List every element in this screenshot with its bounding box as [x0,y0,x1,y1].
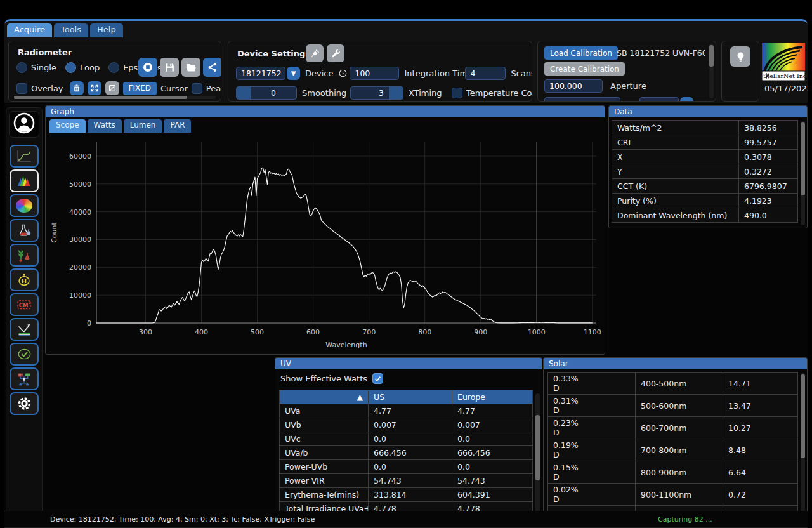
svg-text:1000: 1000 [528,328,546,336]
sidebar-validation-icon[interactable] [10,343,39,366]
clipped-field[interactable] [544,97,620,102]
sidebar-botany-icon[interactable] [10,244,39,267]
load-calibration-button[interactable]: Load Calibration [544,46,618,60]
data-row[interactable]: Y0.3272 [612,164,798,179]
radiometer-hscrollbar[interactable] [14,96,216,99]
create-calibration-button[interactable]: Create Calibration [544,62,625,76]
device-label: Device [305,69,333,78]
sidebar-scope-graph-icon[interactable] [10,145,39,168]
stellarnet-logo: StellarNet Inc [762,43,805,81]
data-row[interactable]: CCT (K)6796.9807 [612,179,798,194]
sidebar-cm-inverse-icon[interactable]: CM-1 [10,293,39,316]
uv-row[interactable]: UVa/b666.456666.456 [280,446,533,460]
data-row[interactable]: CRI99.5757 [612,135,798,150]
data-row[interactable]: Purity (%)4.1923 [612,194,798,208]
lightbulb-button[interactable] [730,46,750,67]
no-cursor-button[interactable] [105,81,119,95]
solar-row[interactable]: 0.19%D700-800nm8.48 [548,439,798,461]
uv-row[interactable]: UVa4.774.77 [280,404,533,418]
loop-label: Loop [80,63,100,72]
open-folder-button[interactable] [181,58,200,77]
solar-vscrollbar[interactable] [801,373,805,513]
solar-row[interactable]: 0.31%D500-600nm13.47 [548,395,798,417]
temp-comp-checkbox[interactable] [452,88,462,98]
logo-text: StellarNet Inc [763,72,805,79]
loop-radio[interactable] [65,62,76,73]
solar-row[interactable]: 0.02%D900-1100nm0.72 [548,484,798,506]
avatar[interactable] [9,111,39,138]
data-row[interactable]: Watts/m^238.8256 [612,121,798,135]
spectrum-chart[interactable]: 0100002000030000400005000060000300400500… [48,135,603,353]
device-select[interactable]: 18121752 [236,67,285,80]
uv-row[interactable]: Erythema-Te(mins)313.814604.391 [280,488,533,502]
uv-row[interactable]: UVc0.00.0 [280,432,533,446]
sidebar-spectrum-icon[interactable] [10,169,39,192]
solar-row[interactable]: 0.15%D800-900nm6.64 [548,461,798,484]
uv-vscrollbar[interactable] [535,393,540,513]
scans-input[interactable]: 4 [465,67,506,80]
sidebar: HCM-1 [6,107,43,513]
integration-label: Integration Time [404,69,465,78]
solar-row[interactable]: 0.23%D600-700nm10.27 [548,417,798,439]
sidebar-reflectance-icon[interactable] [10,318,39,341]
uv-row[interactable]: UVb0.0070.007 [280,418,533,432]
trash-button[interactable] [70,81,84,95]
single-radio[interactable] [16,62,27,73]
graph-tab-watts[interactable]: Watts [88,119,122,133]
show-effective-watts-label: Show Effective Watts [280,374,367,383]
data-panel-title: Data [609,106,807,117]
sort-asc-icon[interactable]: ▲ [280,390,369,404]
plug-button[interactable] [306,44,324,62]
calibration-vscrollbar[interactable] [709,44,714,98]
sidebar-network-icon[interactable] [10,367,39,390]
solar-row[interactable]: 0.33%D400-500nm14.71 [548,373,798,395]
uv-header-row[interactable]: ▲USEurope [280,390,533,404]
record-button[interactable] [138,58,157,77]
sidebar-settings-gear-icon[interactable] [10,392,39,415]
smoothing-stepper[interactable]: 0 [236,86,297,100]
menu-tab-help[interactable]: Help [90,23,123,37]
overlay-checkbox[interactable] [16,83,27,94]
svg-text:800: 800 [418,328,431,336]
user-icon [13,112,35,136]
data-panel: Data Watts/m^238.8256CRI99.5757X0.3078Y0… [608,105,808,228]
fixed-button[interactable]: FIXED [123,82,157,95]
peak-checkbox[interactable] [192,83,202,94]
sidebar-color-wheel-icon[interactable] [10,194,39,217]
clipped-select[interactable] [639,97,679,102]
sidebar-chemistry-icon[interactable] [10,219,39,242]
aperture-label: Aperture [610,81,646,91]
data-vscrollbar[interactable] [801,121,805,225]
xtiming-label: XTiming [409,88,448,98]
svg-text:50000: 50000 [69,180,91,188]
graph-tab-lumen[interactable]: Lumen [124,119,162,133]
uv-row[interactable]: Power VIR54.74354.743 [280,474,533,488]
data-row[interactable]: Dominant Wavelength (nm)490.0 [612,208,798,223]
svg-text:1100: 1100 [584,328,601,336]
save-button[interactable] [160,58,179,77]
device-dropdown-arrow-icon[interactable]: ▼ [287,67,300,80]
share-button[interactable] [203,58,221,77]
svg-text:10000: 10000 [69,291,91,300]
data-row[interactable]: X0.3078 [612,150,798,164]
graph-tab-scope[interactable]: Scope [49,119,86,133]
aperture-input[interactable]: 100.000 [544,79,603,93]
status-capturing: Capturing 82 ... [658,515,712,524]
smoothing-label: Smoothing [302,88,350,98]
overlay-label: Overlay [31,84,63,93]
sidebar-hydrogen-icon[interactable]: H [10,268,39,291]
menu-tab-tools[interactable]: Tools [54,23,88,37]
graph-tab-par[interactable]: PAR [164,119,191,133]
device-settings-panel: Device Settings 18121752 ▼ Device 100 In… [228,41,532,102]
epsiodics-radio[interactable] [108,62,119,73]
uv-row[interactable]: Power-UVb0.00.0 [280,460,533,474]
wrench-button[interactable] [327,44,344,62]
xtiming-stepper[interactable]: 3 [350,86,403,100]
show-effective-watts-checkbox[interactable] [372,373,383,384]
integration-input[interactable]: 100 [350,67,399,80]
expand-button[interactable] [88,81,102,95]
clipped-dropdown-arrow-icon[interactable]: ▼ [680,97,693,102]
lamp-panel [721,41,759,102]
svg-text:900: 900 [474,328,487,336]
menu-tab-acquire[interactable]: Acquire [7,23,52,37]
